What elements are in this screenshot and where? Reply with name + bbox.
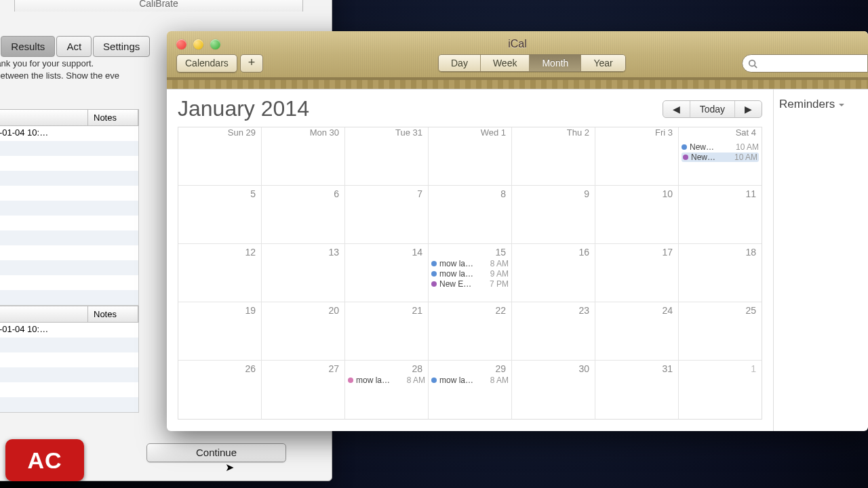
events-wed15: mow la…8 AM mow la…9 AM New E…7 PM	[431, 259, 509, 289]
day-cell[interactable]: 10	[595, 186, 679, 243]
events-sat4: New…10 AM New…10 AM	[682, 142, 759, 163]
day-cell[interactable]: 13	[262, 244, 345, 302]
search-input[interactable]	[742, 54, 868, 73]
tab-results[interactable]: Results	[1, 36, 55, 57]
day-cell[interactable]: 11	[679, 186, 762, 243]
day-cell[interactable]: Wed 1	[429, 127, 512, 185]
month-nav: ◀ Today ▶	[663, 100, 762, 118]
day-cell[interactable]: 26	[178, 361, 262, 419]
col-date[interactable]: Date	[0, 306, 88, 322]
table-row	[0, 338, 138, 352]
day-cell[interactable]: Tue 31	[345, 127, 429, 185]
col-notes[interactable]: Notes	[88, 306, 138, 322]
table-row	[0, 186, 138, 201]
table-row	[0, 275, 138, 290]
day-cell[interactable]: 22	[429, 302, 512, 360]
day-cell[interactable]: Mon 30	[262, 127, 345, 185]
events-wed29: mow la…8 AM	[431, 375, 509, 386]
day-cell[interactable]: 7	[345, 186, 429, 243]
event-item[interactable]: mow la…8 AM	[431, 259, 509, 268]
calendar-dot-icon	[683, 155, 688, 160]
window-tab-calibrate[interactable]: CaliBrate	[14, 0, 303, 12]
day-cell[interactable]: 31	[595, 361, 679, 419]
ical-window: iCal Calendars + Day Week Month Year Jan…	[167, 31, 868, 431]
month-title: January 2014	[178, 96, 309, 121]
calendar-dot-icon	[682, 144, 687, 150]
event-item[interactable]: mow la…8 AM	[431, 375, 509, 385]
calendars-button[interactable]: Calendars	[176, 54, 237, 73]
view-year[interactable]: Year	[581, 55, 625, 71]
day-cell[interactable]: 23	[512, 302, 595, 360]
day-cell[interactable]: 1	[679, 361, 762, 419]
day-cell[interactable]: 24	[595, 302, 679, 360]
view-month[interactable]: Month	[530, 55, 581, 71]
calibrate-tabbar: h Results Act Settings	[0, 36, 151, 57]
table-row	[0, 141, 138, 156]
tab-act[interactable]: Act	[56, 36, 92, 57]
event-item[interactable]: mow la…9 AM	[431, 269, 509, 279]
table-row[interactable]: 2014-01-04 10:…	[0, 323, 138, 338]
add-event-button[interactable]: +	[240, 54, 263, 73]
day-cell[interactable]: 16	[512, 244, 595, 302]
month-grid: Sun 29 Mon 30 Tue 31 Wed 1 Thu 2 Fri 3 S…	[178, 127, 762, 420]
table-row	[0, 382, 138, 397]
ical-titlebar: iCal Calendars + Day Week Month Year	[167, 31, 868, 80]
day-cell[interactable]: 15 mow la…8 AM mow la…9 AM New E…7 PM	[429, 244, 512, 302]
day-cell[interactable]: 5	[178, 186, 262, 243]
day-cell[interactable]: Thu 2	[512, 127, 595, 185]
table-row	[0, 245, 138, 260]
table-row	[0, 397, 138, 412]
col-notes[interactable]: Notes	[88, 110, 138, 125]
event-item[interactable]: New…10 AM	[682, 152, 759, 162]
day-cell[interactable]: 25	[679, 302, 762, 360]
svg-line-1	[755, 65, 757, 68]
reminders-panel: Reminders	[773, 89, 868, 431]
results-table-2: Date Notes 2014-01-04 10:…	[0, 306, 139, 413]
view-week[interactable]: Week	[481, 55, 530, 71]
prev-month-button[interactable]: ◀	[663, 101, 690, 117]
day-cell[interactable]: Sun 29	[178, 127, 262, 185]
event-item[interactable]: New…10 AM	[682, 142, 759, 152]
table-row	[0, 156, 138, 171]
day-cell[interactable]: 21	[345, 302, 429, 360]
table-row	[0, 171, 138, 186]
calendar-dot-icon	[431, 378, 437, 383]
day-cell[interactable]: 17	[595, 244, 679, 302]
results-table-1: Date Notes 2014-01-04 10:…	[0, 109, 139, 306]
day-cell[interactable]: 18	[679, 244, 762, 302]
tab-settings[interactable]: Settings	[93, 36, 150, 57]
table-row	[0, 201, 138, 216]
table-row[interactable]: 2014-01-04 10:…	[0, 126, 138, 141]
day-cell[interactable]: 29 mow la…8 AM	[429, 361, 512, 419]
reminders-heading[interactable]: Reminders	[779, 98, 863, 111]
day-cell[interactable]: 8	[429, 186, 512, 243]
day-cell[interactable]: 19	[178, 302, 262, 360]
next-month-button[interactable]: ▶	[735, 101, 762, 117]
view-day[interactable]: Day	[439, 55, 481, 71]
table-row	[0, 290, 138, 305]
day-cell[interactable]: 28 mow la…8 AM	[345, 361, 429, 419]
table-row	[0, 367, 138, 382]
day-cell[interactable]: Fri 3	[595, 127, 679, 185]
search-icon	[748, 59, 757, 68]
day-cell[interactable]: Sat 4 New…10 AM New…10 AM	[679, 127, 762, 185]
event-item[interactable]: mow la…8 AM	[348, 375, 425, 385]
day-cell[interactable]: 30	[512, 361, 595, 419]
calendar-dot-icon	[431, 281, 437, 287]
continue-button[interactable]: Continue	[146, 443, 286, 462]
view-segmented: Day Week Month Year	[438, 54, 626, 72]
table-row	[0, 230, 138, 245]
day-cell[interactable]: 27	[262, 361, 345, 419]
today-button[interactable]: Today	[690, 101, 735, 117]
day-cell[interactable]: 14	[345, 244, 429, 302]
col-date[interactable]: Date	[0, 110, 88, 125]
event-item[interactable]: New E…7 PM	[431, 279, 509, 289]
day-cell[interactable]: 9	[512, 186, 595, 243]
day-cell[interactable]: 20	[262, 302, 345, 360]
window-title: iCal	[167, 38, 868, 50]
day-cell[interactable]: 12	[178, 244, 262, 302]
calendar-dot-icon	[431, 271, 437, 277]
ac-badge: AC	[5, 439, 84, 481]
day-cell[interactable]: 6	[262, 186, 345, 243]
stitch-decoration	[167, 80, 868, 89]
